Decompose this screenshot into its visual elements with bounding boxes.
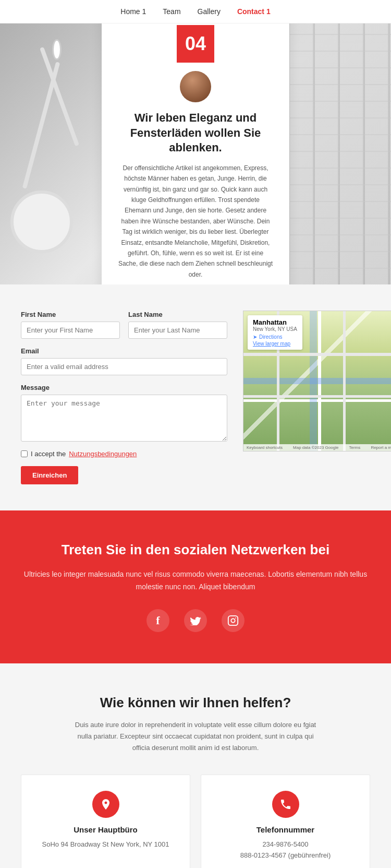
- map-keyboard-shortcuts: Keyboard shortcuts: [247, 445, 283, 450]
- map-address: New York, NY USA: [253, 326, 297, 332]
- office-card-text: SoHo 94 Broadway St New York, NY 1001: [32, 839, 179, 850]
- terms-link[interactable]: Nutzungsbedingungen: [69, 450, 137, 458]
- hero-section: 04 Wir leben Eleganz und Fensterläden wo…: [0, 23, 391, 284]
- email-input[interactable]: [21, 358, 227, 375]
- info-card-phone: Telefonnummer 234-9876-5400 888-0123-456…: [201, 775, 370, 868]
- social-title: Treten Sie in den sozialen Netzwerken be…: [21, 542, 370, 558]
- social-section: Treten Sie in den sozialen Netzwerken be…: [0, 510, 391, 663]
- first-name-group: First Name: [21, 311, 120, 339]
- map-container: Manhattan New York, NY USA ➤ Directions …: [243, 311, 391, 451]
- last-name-group: Last Name: [128, 311, 227, 339]
- hero-card: 04 Wir leben Eleganz und Fensterläden wo…: [102, 23, 289, 284]
- map-report: Report a map error: [371, 445, 391, 450]
- social-description: Ultricies leo integer malesuada nunc vel…: [21, 568, 370, 593]
- email-label: Email: [21, 347, 227, 355]
- terms-checkbox[interactable]: [21, 450, 28, 457]
- help-title: Wie können wir Ihnen helfen?: [21, 695, 370, 711]
- contact-section: First Name Last Name Email Message I acc…: [0, 284, 391, 510]
- svg-point-1: [231, 619, 235, 622]
- message-label: Message: [21, 384, 227, 391]
- message-group: Message: [21, 384, 227, 442]
- first-name-label: First Name: [21, 311, 120, 318]
- phone-icon: [272, 791, 299, 818]
- map-directions-link[interactable]: ➤ Directions: [253, 334, 297, 340]
- phone-card-text: 234-9876-5400 888-0123-4567 (gebührenfre…: [212, 839, 359, 861]
- svg-rect-0: [228, 615, 238, 625]
- svg-point-2: [235, 617, 236, 619]
- email-group: Email: [21, 347, 227, 375]
- nav-home[interactable]: Home 1: [120, 7, 146, 16]
- info-cards-grid: Unser Hauptbüro SoHo 94 Broadway St New …: [21, 775, 370, 868]
- map-info-overlay: Manhattan New York, NY USA ➤ Directions …: [248, 315, 302, 350]
- hero-badge: 04: [177, 25, 214, 63]
- submit-button[interactable]: Einreichen: [21, 466, 78, 484]
- hero-avatar: [180, 71, 211, 102]
- info-card-office: Unser Hauptbüro SoHo 94 Broadway St New …: [21, 775, 190, 868]
- hero-title: Wir leben Eleganz und Fensterläden wolle…: [117, 111, 274, 156]
- navigation: Home 1 Team Gallery Contact 1: [0, 0, 391, 23]
- office-icon: [92, 791, 119, 818]
- terms-text: I accept the: [31, 450, 66, 458]
- map-visual: Manhattan New York, NY USA ➤ Directions …: [243, 311, 391, 451]
- nav-team[interactable]: Team: [163, 7, 180, 16]
- first-name-input[interactable]: [21, 322, 120, 339]
- map-data-credit: Map data ©2023 Google: [293, 445, 338, 450]
- last-name-input[interactable]: [128, 322, 227, 339]
- twitter-icon[interactable]: [184, 609, 207, 632]
- view-larger-map-link[interactable]: View larger map: [253, 341, 297, 347]
- nav-contact[interactable]: Contact 1: [237, 7, 271, 16]
- form-name-row: First Name Last Name: [21, 311, 227, 339]
- map-city: Manhattan: [253, 318, 297, 326]
- last-name-label: Last Name: [128, 311, 227, 318]
- map-footer: Keyboard shortcuts Map data ©2023 Google…: [243, 444, 391, 451]
- instagram-icon[interactable]: [222, 609, 245, 632]
- directions-arrow: ➤: [253, 334, 257, 340]
- contact-form: First Name Last Name Email Message I acc…: [21, 311, 227, 484]
- hero-body: Der offensichtliche Artikel ist angekomm…: [117, 163, 274, 280]
- phone-card-title: Telefonnummer: [212, 825, 359, 834]
- facebook-icon[interactable]: f: [146, 609, 169, 632]
- help-description: Duis aute irure dolor in reprehenderit i…: [70, 719, 321, 754]
- office-card-title: Unser Hauptbüro: [32, 825, 179, 834]
- help-section: Wie können wir Ihnen helfen? Duis aute i…: [0, 663, 391, 868]
- message-input[interactable]: [21, 395, 227, 442]
- map-terms: Terms: [349, 445, 360, 450]
- social-icons-row: f: [21, 609, 370, 632]
- terms-row: I accept the Nutzungsbedingungen: [21, 450, 227, 458]
- nav-gallery[interactable]: Gallery: [198, 7, 221, 16]
- directions-label: Directions: [259, 334, 282, 340]
